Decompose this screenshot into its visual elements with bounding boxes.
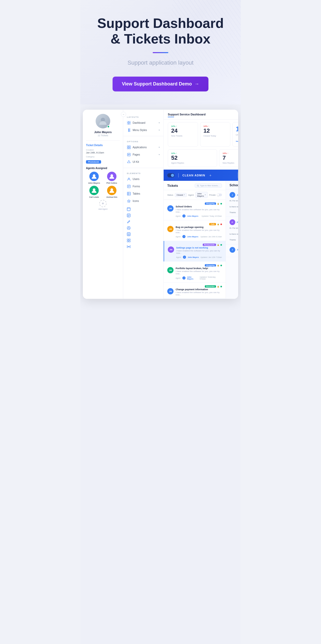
ticket-2-agent-name: John Mayers — [187, 236, 198, 238]
collapse-button[interactable]: − — [121, 112, 126, 117]
ticket-item-3[interactable]: Restaurants 🔒 JM — [164, 241, 226, 262]
checklist-icon[interactable] — [127, 232, 131, 236]
sidebar-item-users[interactable]: Users — [123, 176, 163, 183]
sidebar-divider-2 — [123, 168, 163, 168]
tickets-chat-area: Tickets Type to filter tickets... — [164, 181, 238, 299]
svg-point-10 — [128, 130, 129, 131]
chat-1-text: Hi. For enable featureIs there recentTha… — [230, 199, 238, 214]
agent-card-john: John Mayers — [86, 172, 102, 184]
chat-message-2: P Phil Col. Hi. For enable featureIs the… — [226, 217, 238, 244]
add-agent-button[interactable]: + Add Agent — [86, 200, 120, 210]
sidebar-divider-1 — [123, 136, 163, 136]
hero-cta-button[interactable]: View Support Dashboard Demo → — [113, 77, 209, 91]
closed-today-change: 12% ↑ — [203, 125, 227, 127]
svg-line-55 — [198, 186, 199, 187]
unique-visitors-label: Unique Visitors — [236, 134, 238, 136]
visitors-chart — [236, 136, 238, 144]
status-filter-select[interactable]: Closed ▾ — [175, 193, 187, 197]
sidebar-item-pages[interactable]: Pages ▾ — [123, 151, 163, 158]
admin-mail-product[interactable]: Mail Sender Product New Tickets: 14 — [237, 172, 238, 179]
ticket-3-agent-avatar: J — [183, 256, 186, 259]
ticket-1-subject: School Orders — [176, 205, 222, 208]
online-indicator — [107, 125, 110, 128]
ticket-item-5[interactable]: Groceries 🔒 JM — [164, 283, 226, 299]
svg-point-54 — [197, 185, 199, 186]
nav-sidebar: LAYOUTS Dashboard — [123, 110, 164, 299]
dashboard-preview: − John Mayers 12 Tickets — [80, 110, 241, 299]
ticket-2-tag-row: Cafe 🔒 — [167, 223, 222, 225]
private-toggle-switch[interactable] — [217, 194, 222, 196]
status-dot-4 — [220, 265, 222, 266]
user-ticket-count: 12 Tickets — [86, 134, 120, 137]
sidebar-item-menu-styles[interactable]: Menu Styles ▾ — [123, 127, 163, 134]
chat-2-header: P Phil Col. — [230, 219, 238, 225]
chevron-icon-4: ▾ — [159, 153, 160, 156]
ticket-2-preview: I have enabled the software for you, you… — [176, 229, 222, 234]
search-placeholder: Type to filter tickets... — [200, 184, 220, 187]
list-icon[interactable] — [127, 214, 131, 217]
filter-bar: Status Closed ▾ Agent John Mayers ▾ — [164, 190, 226, 200]
private-toggle[interactable]: Private — [209, 194, 222, 196]
search-box[interactable]: Type to filter tickets... — [195, 183, 222, 188]
edit-icon[interactable] — [127, 220, 131, 224]
sidebar-item-dashboard[interactable]: Dashboard ▾ — [123, 119, 163, 127]
svg-rect-17 — [127, 148, 128, 149]
closed-today-number: 12 — [203, 127, 227, 134]
add-agent-label: Add Agent — [98, 208, 108, 210]
ticket-5-tag: Groceries — [205, 285, 216, 288]
agent-avatar-joshua — [107, 186, 116, 195]
ticket-2-agent-avatar: J — [182, 235, 186, 238]
agent-filter-select[interactable]: John Mayers ▾ — [195, 192, 208, 198]
chat-message-1: J John M. Hi. For enable featureIs there… — [226, 189, 238, 217]
ticket-5-avatar: JM — [167, 288, 174, 294]
sidebar-ui-kit-label: UI Kit — [133, 160, 139, 163]
pages-icon — [127, 153, 131, 157]
ticket-5-preview: I have enabled the software for you, you… — [176, 291, 222, 296]
sidebar-item-icons[interactable]: Icons — [123, 197, 163, 205]
chat-2-text: Hi. For enable featureIs there recentTha… — [230, 227, 238, 241]
chat-2-avatar: P — [230, 219, 235, 225]
ticket-1-body: School Orders I have enabled the softwar… — [176, 205, 222, 213]
ticket-3-body: Settings page is not working I have enab… — [176, 246, 222, 254]
ticket-details-section: Ticket Details Created: Jan 24th, 8:15am… — [86, 144, 120, 164]
dashboard-header: Support Service Dashboard — [164, 110, 238, 120]
sidebar-item-forms[interactable]: Forms — [123, 183, 163, 190]
ticket-2-avatar: JM — [167, 226, 174, 232]
sidebar-item-applications[interactable]: Applications ▾ — [123, 144, 163, 151]
chat-title: School — [230, 183, 238, 187]
grid-icon[interactable] — [127, 239, 131, 242]
new-replies-change: 12% ↑ — [223, 152, 238, 154]
agents-grid: John Mayers Phil Collins C — [86, 172, 120, 198]
ticket-4-agent-avatar: J — [182, 276, 186, 280]
layouts-label: LAYOUTS — [123, 114, 163, 119]
ticket-2-subject: Bug on package opening — [176, 226, 222, 228]
user-panel: − John Mayers 12 Tickets — [83, 110, 123, 299]
ticket-4-agent-name: John Mayers — [187, 276, 198, 280]
sidebar-item-ui-kit[interactable]: UI Kit — [123, 158, 163, 166]
stats-row2: 12% ↑ 52 Agent Replies 12% ↑ 7 — [164, 149, 238, 170]
admin-plus-icon[interactable]: + — [209, 173, 212, 177]
svg-rect-29 — [127, 192, 130, 195]
svg-rect-50 — [129, 241, 130, 242]
ticket-4-top: JM Portfolio layout broken, help! I have… — [167, 267, 222, 275]
agent-label-4: Agent: — [176, 277, 181, 279]
user-circle-icon[interactable] — [127, 226, 131, 230]
ticket-4-tag: Shopping — [205, 264, 216, 267]
ticket-item-1[interactable]: Shopping 🔒 JM — [164, 200, 226, 220]
broadcast-icon[interactable] — [127, 245, 131, 249]
lock-icon-1: 🔒 — [217, 203, 219, 205]
sidebar-item-tables[interactable]: Tables — [123, 190, 163, 197]
chevron-icon-2: ▾ — [159, 129, 160, 131]
ticket-1-footer: Agent: J John Mayers Updated: Today 10:0… — [167, 214, 222, 218]
ticket-item-4[interactable]: Shopping 🔒 JM — [164, 262, 226, 283]
admin-toggle[interactable] — [167, 173, 175, 177]
ticket-1-updated: Updated: Today 10:00am — [202, 215, 222, 217]
options-label: OPTIONS — [123, 138, 163, 144]
agent-label-2: Agent: — [176, 236, 181, 238]
ticket-item-2[interactable]: Cafe 🔒 JM Bug — [164, 220, 226, 241]
hero-subtitle: Support application layout — [91, 59, 230, 66]
sidebar-icons-label: Icons — [133, 200, 139, 202]
box-icon[interactable] — [127, 207, 131, 211]
tickets-title: Tickets — [167, 184, 178, 188]
status-dot-5 — [220, 286, 222, 287]
